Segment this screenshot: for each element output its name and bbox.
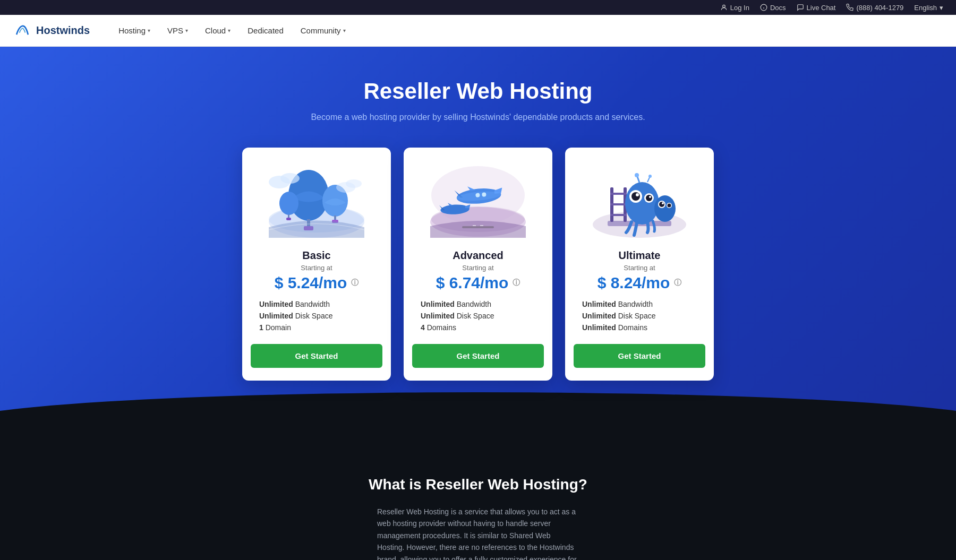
- hero-section: Reseller Web Hosting Become a web hostin…: [0, 47, 956, 444]
- feature-disk: Unlimited Disk Space: [421, 310, 535, 322]
- svg-point-16: [346, 179, 362, 188]
- plan-name-advanced: Advanced: [416, 249, 540, 262]
- feature-domains: 4 Domains: [421, 322, 535, 333]
- price-ultimate: $ 8.24/mo ⓘ: [578, 274, 701, 292]
- pricing-grid: Basic Starting at $ 5.24/mo ⓘ Unlimited …: [11, 148, 945, 381]
- svg-rect-27: [480, 225, 483, 226]
- section-title: What is Reseller Web Hosting?: [11, 476, 945, 493]
- monsters-illustration: [586, 153, 693, 238]
- livechat-link[interactable]: Live Chat: [797, 4, 836, 12]
- feature-domains: 1 Domain: [259, 322, 374, 333]
- price-help-basic[interactable]: ⓘ: [351, 278, 358, 288]
- language-label: English: [914, 4, 937, 12]
- get-started-advanced[interactable]: Get Started: [412, 344, 544, 368]
- login-link[interactable]: Log In: [720, 4, 749, 12]
- navbar: Hostwinds Hosting ▾ VPS ▾ Cloud ▾ Dedica…: [0, 15, 956, 47]
- svg-rect-33: [610, 203, 627, 205]
- livechat-label: Live Chat: [807, 4, 836, 12]
- svg-point-43: [635, 173, 639, 177]
- chevron-down-icon: ▾: [148, 28, 150, 33]
- svg-point-46: [654, 195, 676, 222]
- login-label: Log In: [730, 4, 749, 12]
- nav-community[interactable]: Community ▾: [293, 22, 353, 39]
- svg-rect-26: [473, 225, 476, 226]
- feature-disk: Unlimited Disk Space: [259, 310, 374, 322]
- language-selector[interactable]: English ▾: [914, 4, 943, 12]
- svg-point-0: [722, 5, 725, 7]
- nav-menu: Hosting ▾ VPS ▾ Cloud ▾ Dedicated Commun…: [111, 22, 353, 39]
- bottom-para-1: Reseller Web Hosting is a service that a…: [377, 506, 579, 560]
- svg-point-51: [668, 204, 671, 208]
- plan-body-advanced: Advanced Starting at $ 6.74/mo ⓘ Unlimit…: [404, 243, 552, 344]
- price-basic: $ 5.24/mo ⓘ: [255, 274, 378, 292]
- chevron-down-icon: ▾: [185, 28, 188, 33]
- logo-icon: [13, 21, 32, 40]
- price-help-ultimate[interactable]: ⓘ: [674, 278, 681, 288]
- planes-illustration: [425, 153, 531, 238]
- phone-icon: [846, 4, 853, 11]
- svg-point-37: [631, 192, 640, 201]
- starting-at-basic: Starting at: [255, 264, 378, 272]
- chevron-down-icon: ▾: [343, 28, 346, 33]
- svg-rect-12: [286, 218, 291, 220]
- features-basic: Unlimited Bandwidth Unlimited Disk Space…: [255, 298, 378, 333]
- chevron-down-icon: ▾: [940, 4, 943, 12]
- svg-point-14: [280, 173, 300, 184]
- svg-point-35: [625, 182, 659, 225]
- logo[interactable]: Hostwinds: [13, 21, 90, 40]
- logo-text: Hostwinds: [36, 24, 90, 37]
- hero-title: Reseller Web Hosting: [11, 79, 945, 104]
- nav-hosting[interactable]: Hosting ▾: [111, 22, 158, 39]
- svg-rect-34: [610, 214, 627, 216]
- plan-name-basic: Basic: [255, 249, 378, 262]
- svg-point-45: [648, 175, 652, 178]
- svg-point-48: [659, 202, 664, 207]
- svg-point-41: [649, 196, 651, 198]
- svg-rect-32: [610, 193, 627, 195]
- nav-dedicated[interactable]: Dedicated: [240, 22, 291, 39]
- price-advanced: $ 6.74/mo ⓘ: [416, 274, 540, 292]
- get-started-basic[interactable]: Get Started: [251, 344, 382, 368]
- price-help-advanced[interactable]: ⓘ: [513, 278, 520, 288]
- svg-point-10: [279, 192, 298, 215]
- docs-icon: [760, 4, 767, 11]
- plan-illustration-advanced: [404, 148, 552, 243]
- svg-point-38: [636, 193, 639, 196]
- plan-card-basic: Basic Starting at $ 5.24/mo ⓘ Unlimited …: [242, 148, 391, 381]
- plan-body-basic: Basic Starting at $ 5.24/mo ⓘ Unlimited …: [242, 243, 391, 344]
- feature-bandwidth: Unlimited Bandwidth: [259, 298, 374, 310]
- chat-icon: [797, 4, 804, 11]
- svg-rect-25: [462, 226, 494, 228]
- plan-body-ultimate: Ultimate Starting at $ 8.24/mo ⓘ Unlimit…: [565, 243, 714, 344]
- chevron-down-icon: ▾: [228, 28, 231, 33]
- bottom-section: What is Reseller Web Hosting? Reseller W…: [0, 444, 956, 560]
- features-ultimate: Unlimited Bandwidth Unlimited Disk Space…: [578, 298, 701, 333]
- plan-illustration-basic: [242, 148, 391, 243]
- feature-domains: Unlimited Domains: [582, 322, 697, 333]
- feature-disk: Unlimited Disk Space: [582, 310, 697, 322]
- top-bar: Log In Docs Live Chat (888) 404-1279 Eng…: [0, 0, 956, 15]
- svg-point-40: [646, 195, 652, 201]
- feature-bandwidth: Unlimited Bandwidth: [582, 298, 697, 310]
- nav-cloud[interactable]: Cloud ▾: [198, 22, 238, 39]
- balloon-illustration: [263, 153, 370, 238]
- starting-at-ultimate: Starting at: [578, 264, 701, 272]
- get-started-ultimate[interactable]: Get Started: [574, 344, 705, 368]
- features-advanced: Unlimited Bandwidth Unlimited Disk Space…: [416, 298, 540, 333]
- nav-vps[interactable]: VPS ▾: [160, 22, 195, 39]
- docs-link[interactable]: Docs: [760, 4, 786, 12]
- plan-card-advanced: Advanced Starting at $ 6.74/mo ⓘ Unlimit…: [404, 148, 552, 381]
- phone-link[interactable]: (888) 404-1279: [846, 4, 903, 12]
- feature-bandwidth: Unlimited Bandwidth: [421, 298, 535, 310]
- starting-at-advanced: Starting at: [416, 264, 540, 272]
- hero-subtitle: Become a web hosting provider by selling…: [11, 113, 945, 122]
- phone-label: (888) 404-1279: [856, 4, 903, 12]
- plan-illustration-ultimate: [565, 148, 714, 243]
- docs-label: Docs: [770, 4, 786, 12]
- login-icon: [720, 4, 728, 11]
- svg-point-49: [662, 202, 664, 204]
- section-body: Reseller Web Hosting is a service that a…: [377, 506, 579, 560]
- plan-card-ultimate: Ultimate Starting at $ 8.24/mo ⓘ Unlimit…: [565, 148, 714, 381]
- plan-name-ultimate: Ultimate: [578, 249, 701, 262]
